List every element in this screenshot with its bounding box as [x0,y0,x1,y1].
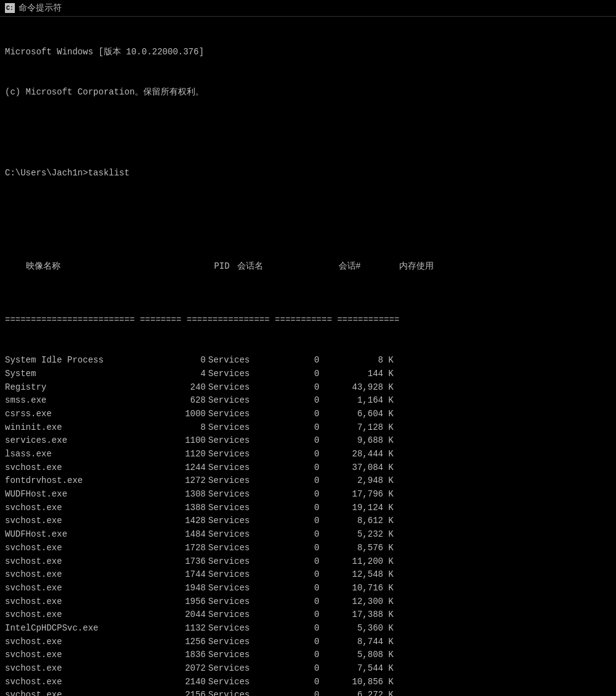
cell-mem: 5,360 K [319,622,394,635]
header-image: 映像名称 [26,260,193,274]
cell-session: Services [208,488,279,501]
cell-image: System [5,367,172,381]
cell-pid: 1132 [172,622,206,635]
cell-session: Services [208,662,279,676]
cell-mem: 9,688 K [319,434,394,448]
table-row: System Idle Process0Services08 K [5,354,611,367]
table-row: svchost.exe1256Services08,744 K [5,635,611,649]
cell-session-num: 0 [279,542,319,555]
cell-pid: 2072 [172,662,206,676]
cell-pid: 1736 [172,555,206,569]
cell-pid: 2156 [172,689,206,696]
separator: ========================= ======== =====… [5,314,611,327]
cell-mem: 43,928 K [319,381,394,395]
cell-session-num: 0 [279,408,319,421]
table-row: svchost.exe1744Services012,548 K [5,568,611,582]
cell-image: svchost.exe [5,648,172,662]
table-row: svchost.exe1836Services05,808 K [5,648,611,662]
table-row: wininit.exe8Services07,128 K [5,421,611,435]
cell-mem: 12,548 K [319,568,394,582]
cell-mem: 19,124 K [319,501,394,515]
table-row: csrss.exe1000Services06,604 K [5,408,611,421]
cell-session: Services [208,394,279,408]
cell-session: Services [208,421,279,435]
cell-mem: 28,444 K [319,448,394,461]
cell-mem: 8,744 K [319,635,394,649]
table-row: svchost.exe2140Services010,856 K [5,676,611,689]
cell-session: Services [208,354,279,367]
table-row: svchost.exe2072Services07,544 K [5,662,611,676]
cell-image: svchost.exe [5,689,172,696]
table-row: lsass.exe1120Services028,444 K [5,448,611,461]
cell-mem: 8 K [319,354,394,367]
table-row: svchost.exe1428Services08,612 K [5,514,611,528]
header-pid: PID [193,260,230,274]
intro-line-2: (c) Microsoft Corporation。保留所有权利。 [5,86,611,99]
cell-image: svchost.exe [5,501,172,515]
cell-session: Services [208,381,279,395]
cell-pid: 1120 [172,448,206,461]
cell-image: Registry [5,381,172,395]
title-bar: C: 命令提示符 [0,0,616,17]
cell-pid: 0 [172,354,206,367]
table-row: fontdrvhost.exe1272Services02,948 K [5,474,611,488]
cell-mem: 2,948 K [319,474,394,488]
cell-pid: 1388 [172,501,206,515]
table-row: svchost.exe1956Services012,300 K [5,595,611,609]
cell-mem: 8,576 K [319,542,394,555]
cell-mem: 7,128 K [319,421,394,435]
cell-session-num: 0 [279,528,319,542]
cell-pid: 2140 [172,676,206,689]
cell-mem: 37,084 K [319,461,394,475]
table-row: svchost.exe1244Services037,084 K [5,461,611,475]
table-row: Registry240Services043,928 K [5,381,611,395]
cell-pid: 1308 [172,488,206,501]
cell-image: System Idle Process [5,354,172,367]
cell-image: csrss.exe [5,408,172,421]
cell-image: svchost.exe [5,662,172,676]
cell-mem: 8,612 K [319,514,394,528]
header-mem: 内存使用 [366,260,434,274]
cell-mem: 10,716 K [319,582,394,595]
cell-image: fontdrvhost.exe [5,474,172,488]
cell-session: Services [208,608,279,622]
cell-image: svchost.exe [5,582,172,595]
cell-session: Services [208,474,279,488]
cell-mem: 5,232 K [319,528,394,542]
cell-pid: 1744 [172,568,206,582]
cell-pid: 1000 [172,408,206,421]
cell-session-num: 0 [279,676,319,689]
cell-session-num: 0 [279,501,319,515]
cell-pid: 4 [172,367,206,381]
cell-session-num: 0 [279,568,319,582]
cell-session: Services [208,555,279,569]
cell-image: svchost.exe [5,542,172,555]
cell-session-num: 0 [279,595,319,609]
cell-mem: 7,544 K [319,662,394,676]
title-text: 命令提示符 [19,2,62,14]
cell-image: svchost.exe [5,676,172,689]
cell-session-num: 0 [279,689,319,696]
intro-line-1: Microsoft Windows [版本 10.0.22000.376] [5,46,611,59]
cell-session: Services [208,448,279,461]
cell-session-num: 0 [279,608,319,622]
cell-session: Services [208,689,279,696]
table-row: svchost.exe2156Services06,272 K [5,689,611,696]
cell-session-num: 0 [279,622,319,635]
cell-mem: 6,604 K [319,408,394,421]
cell-pid: 240 [172,381,206,395]
header-session: 会话名 [237,260,318,274]
cell-mem: 11,200 K [319,555,394,569]
table-row: System4Services0144 K [5,367,611,381]
table-row: WUDFHost.exe1484Services05,232 K [5,528,611,542]
cell-pid: 1272 [172,474,206,488]
cell-session: Services [208,434,279,448]
table-row: services.exe1100Services09,688 K [5,434,611,448]
cell-session-num: 0 [279,488,319,501]
cell-image: svchost.exe [5,635,172,649]
cell-session: Services [208,367,279,381]
cell-image: svchost.exe [5,595,172,609]
cell-session: Services [208,648,279,662]
cell-image: WUDFHost.exe [5,488,172,501]
cell-session-num: 0 [279,367,319,381]
